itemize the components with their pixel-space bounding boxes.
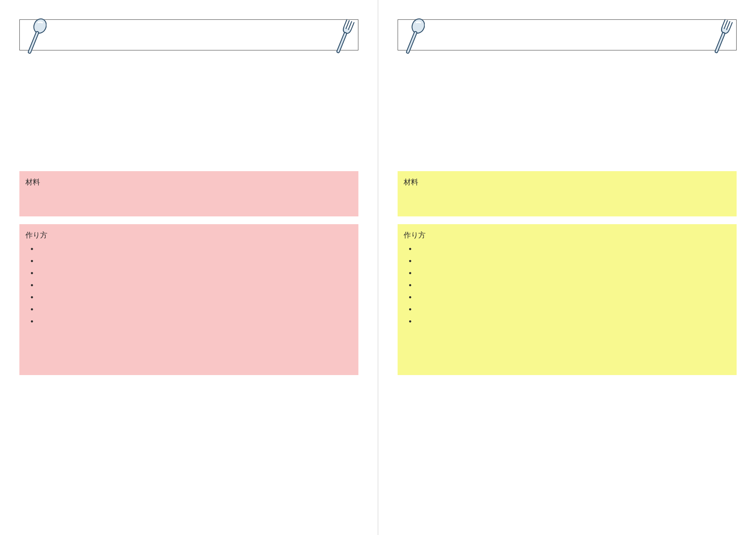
list-item: [409, 291, 731, 303]
list-item: [31, 255, 352, 267]
list-item: [31, 303, 352, 315]
spoon-icon: [23, 18, 47, 61]
list-item: [31, 315, 352, 327]
instructions-bullet-list: [404, 243, 731, 327]
ingredients-label: 材料: [404, 178, 418, 186]
list-item: [409, 315, 731, 327]
svg-rect-5: [715, 32, 725, 53]
svg-point-3: [410, 18, 425, 35]
title-box: [19, 19, 358, 50]
ingredients-label: 材料: [25, 178, 40, 186]
svg-point-0: [32, 18, 47, 35]
page-right: 材料 作り方: [378, 0, 756, 535]
list-item: [31, 291, 352, 303]
spoon-icon: [401, 18, 425, 61]
list-item: [409, 303, 731, 315]
list-item: [31, 279, 352, 291]
list-item: [31, 267, 352, 279]
instructions-bullet-list: [25, 243, 352, 327]
list-item: [409, 267, 731, 279]
list-item: [409, 279, 731, 291]
list-item: [409, 243, 731, 255]
svg-rect-4: [406, 31, 417, 53]
instructions-section: 作り方: [19, 224, 358, 375]
fork-icon: [332, 18, 355, 61]
instructions-label: 作り方: [25, 231, 47, 239]
instructions-label: 作り方: [404, 231, 426, 239]
list-item: [409, 255, 731, 267]
svg-rect-2: [336, 32, 347, 53]
two-page-spread: 材料 作り方: [0, 0, 756, 535]
ingredients-section: 材料: [19, 171, 358, 216]
svg-rect-1: [28, 31, 39, 53]
ingredients-section: 材料: [398, 171, 737, 216]
instructions-section: 作り方: [398, 224, 737, 375]
list-item: [31, 243, 352, 255]
page-left: 材料 作り方: [0, 0, 378, 535]
fork-icon: [710, 18, 734, 61]
title-box: [398, 19, 737, 50]
